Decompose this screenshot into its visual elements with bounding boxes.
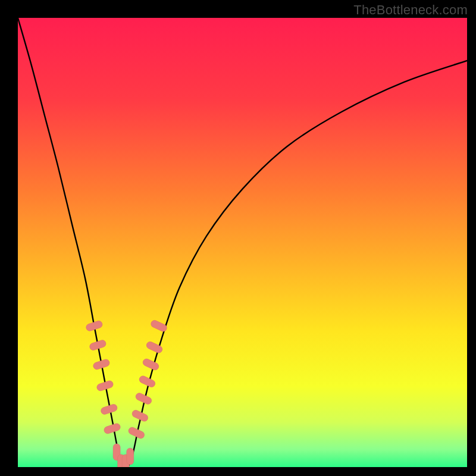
marker-capsule: [142, 358, 159, 371]
chart-stage: TheBottleneck.com: [0, 0, 476, 476]
marker-capsule: [150, 319, 168, 333]
plot-area: [18, 18, 467, 467]
marker-capsule: [85, 320, 103, 332]
marker-capsule: [138, 375, 156, 389]
marker-capsule: [103, 422, 121, 434]
bottleneck-curve: [18, 18, 467, 467]
marker-group: [85, 319, 168, 467]
watermark-text: TheBottleneck.com: [353, 2, 468, 18]
curve-layer: [18, 18, 467, 467]
marker-capsule: [127, 448, 134, 465]
